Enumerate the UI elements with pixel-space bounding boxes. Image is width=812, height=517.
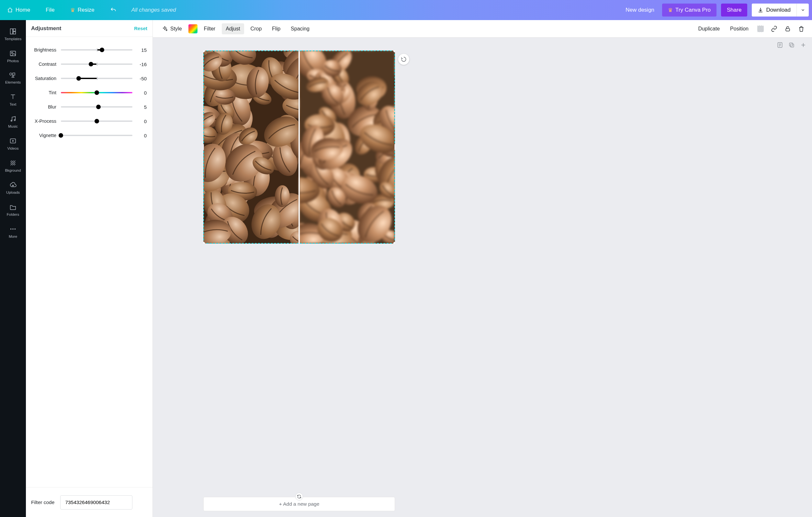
rail-elements[interactable]: Elements [0,67,26,88]
style-button[interactable]: Style [158,23,186,34]
download-label: Download [766,7,791,13]
effects-icon [162,26,168,32]
rail-music[interactable]: Music [0,111,26,132]
position-button[interactable]: Position [726,23,752,34]
templates-icon [9,28,17,35]
link-button[interactable] [768,23,780,34]
canvas-stage[interactable]: + Add a new page [153,37,812,517]
slider-thumb[interactable] [96,105,101,109]
slider-list: Brightness15Contrast-16Saturation-50Tint… [26,37,152,142]
lock-icon [784,26,791,32]
rail-label: Uploads [6,190,20,194]
rail-background[interactable]: Bkground [0,155,26,176]
flip-button[interactable]: Flip [268,23,284,34]
svg-point-10 [10,228,12,230]
lock-button[interactable] [782,23,793,34]
rail-templates[interactable]: Templates [0,23,26,45]
selected-image[interactable] [203,51,395,244]
rail-text[interactable]: Text [0,89,26,110]
add-page-button[interactable]: + Add a new page [203,497,395,511]
style-label: Style [170,26,182,32]
slider-track[interactable] [61,75,133,82]
svg-rect-0 [10,29,12,34]
transparency-button[interactable] [755,23,766,34]
svg-rect-3 [10,51,16,56]
slider-track[interactable] [61,61,133,68]
crop-button[interactable]: Crop [247,23,266,34]
resize-label: Resize [78,7,94,13]
plus-icon [800,42,807,48]
rail-folders[interactable]: Folders [0,199,26,220]
sync-badge [295,493,303,500]
slider-vignette: Vignette0 [26,128,147,142]
resize-handle-w[interactable] [203,143,204,151]
svg-rect-6 [12,73,15,75]
rail-label: Videos [7,146,19,150]
undo-button[interactable] [103,0,124,20]
folders-icon [9,203,17,211]
nav-rail: Templates Photos Elements Text Music Vid… [0,20,26,517]
home-button[interactable]: Home [0,0,37,20]
rail-photos[interactable]: Photos [0,45,26,67]
svg-point-12 [14,228,16,230]
slider-label: Brightness [26,47,61,53]
filter-label: Filter [204,26,215,32]
filter-code-label: Filter code [31,499,54,505]
page-add-button[interactable] [800,42,807,49]
slider-thumb[interactable] [89,62,93,66]
rail-label: Music [8,125,18,128]
resize-handle-se[interactable] [393,242,395,244]
slider-thumb[interactable] [77,76,81,81]
compare-divider[interactable] [298,51,300,244]
filter-button[interactable]: Filter [200,23,220,34]
download-button[interactable]: Download [752,4,796,17]
background-icon [9,159,17,166]
share-label: Share [727,7,742,13]
page-duplicate-button[interactable] [788,42,795,49]
resize-handle-e[interactable] [394,143,395,151]
delete-button[interactable] [796,23,807,34]
slider-saturation: Saturation-50 [26,71,147,85]
reset-link[interactable]: Reset [134,26,147,31]
slider-track[interactable] [61,89,133,96]
try-pro-label: Try Canva Pro [675,7,710,13]
svg-rect-20 [789,43,792,46]
slider-thumb[interactable] [94,119,99,124]
share-button[interactable]: Share [721,4,747,17]
color-swatch[interactable] [188,24,198,33]
try-pro-button[interactable]: ♛ Try Canva Pro [662,4,717,17]
svg-point-8 [14,119,16,121]
sync-icon [297,494,301,499]
music-icon [9,115,17,123]
rail-videos[interactable]: Videos [0,133,26,154]
spacing-label: Spacing [291,26,310,32]
position-label: Position [730,26,749,32]
svg-rect-2 [13,32,16,34]
canvas-card[interactable] [203,51,395,244]
duplicate-button[interactable]: Duplicate [694,23,724,34]
file-menu[interactable]: File [38,0,61,20]
rail-uploads[interactable]: Uploads [0,177,26,198]
link-icon [771,26,777,32]
svg-point-4 [11,52,12,53]
adjust-button[interactable]: Adjust [222,23,244,34]
spacing-button[interactable]: Spacing [287,23,313,34]
download-dropdown[interactable] [796,4,809,17]
rail-more[interactable]: More [0,221,26,242]
page-notes-button[interactable] [776,42,784,49]
slider-track[interactable] [61,117,133,125]
context-toolbar: Style Filter Adjust Crop Flip Spacing Du… [153,20,812,37]
slider-track[interactable] [61,132,133,139]
svg-rect-16 [757,26,764,32]
slider-thumb[interactable] [94,90,99,95]
rotate-button[interactable] [398,54,409,65]
resize-menu[interactable]: ♛ Resize [63,0,102,20]
slider-track[interactable] [61,103,133,110]
filter-code-input[interactable] [60,495,133,510]
slider-track[interactable] [61,46,133,53]
new-design-button[interactable]: New design [622,0,658,20]
slider-thumb[interactable] [59,133,63,138]
rail-label: More [9,235,17,238]
slider-thumb[interactable] [100,48,104,52]
notes-icon [777,42,783,48]
